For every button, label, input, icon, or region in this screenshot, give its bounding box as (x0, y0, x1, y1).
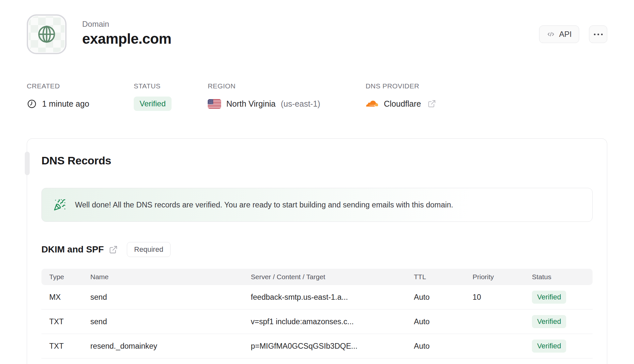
party-popper-icon (53, 199, 66, 211)
page-kicker: Domain (82, 20, 171, 29)
clock-icon (27, 99, 37, 109)
record-type: TXT (49, 342, 90, 351)
globe-icon (36, 23, 57, 45)
record-status-badge: Verified (532, 315, 566, 328)
required-badge: Required (127, 242, 170, 257)
col-ttl: TTL (414, 273, 473, 281)
region-label: REGION (208, 82, 366, 90)
meta-status: STATUS Verified (134, 82, 208, 111)
dns-records-card: DNS Records Well done! All the DNS recor… (27, 138, 607, 364)
record-name: send (90, 317, 251, 326)
status-badge: Verified (134, 97, 172, 111)
col-type: Type (49, 273, 90, 281)
meta-region: REGION (208, 82, 366, 111)
success-banner: Well done! All the DNS records are verif… (41, 188, 593, 222)
meta-created: CREATED 1 minute ago (27, 82, 134, 111)
record-status-badge: Verified (532, 291, 566, 304)
table-row: MX send feedback-smtp.us-east-1.a... Aut… (41, 285, 593, 310)
external-link-icon[interactable] (428, 99, 436, 108)
section-indicator (25, 152, 30, 175)
api-button-label: API (559, 30, 572, 39)
record-priority: 10 (473, 293, 532, 302)
title-block: Domain example.com (82, 14, 171, 47)
dns-records-table: Type Name Server / Content / Target TTL … (41, 269, 593, 358)
more-button[interactable] (589, 25, 607, 43)
external-link-icon[interactable] (109, 245, 118, 254)
record-status-badge: Verified (532, 340, 566, 353)
more-icon (594, 34, 603, 35)
dkim-spf-title: DKIM and SPF (41, 244, 104, 255)
record-content: feedback-smtp.us-east-1.a... (251, 293, 414, 302)
record-type: TXT (49, 317, 90, 326)
record-type: MX (49, 293, 90, 302)
record-ttl: Auto (414, 342, 473, 351)
record-content: v=spf1 include:amazonses.c... (251, 317, 414, 326)
table-header-row: Type Name Server / Content / Target TTL … (41, 269, 593, 285)
record-ttl: Auto (414, 293, 473, 302)
dns-provider-value: Cloudflare (384, 99, 421, 109)
dkim-spf-section-header: DKIM and SPF Required (41, 242, 593, 257)
dns-records-heading: DNS Records (41, 154, 593, 167)
record-name: resend._domainkey (90, 342, 251, 351)
created-value: 1 minute ago (42, 99, 89, 109)
col-content: Server / Content / Target (251, 273, 414, 281)
col-status: Status (532, 273, 585, 281)
cloudflare-icon (366, 99, 379, 108)
record-name: send (90, 293, 251, 302)
header-actions: API (539, 14, 607, 43)
status-label: STATUS (134, 82, 208, 90)
col-name: Name (90, 273, 251, 281)
api-button[interactable]: API (539, 25, 579, 43)
page-header: Domain example.com API (27, 0, 607, 54)
code-icon (547, 30, 555, 38)
us-flag-icon (208, 99, 221, 109)
dns-provider-label: DNS PROVIDER (366, 82, 436, 90)
region-code: (us-east-1) (281, 99, 320, 109)
page-title: example.com (82, 31, 171, 47)
banner-message: Well done! All the DNS records are verif… (75, 201, 453, 209)
table-row: TXT send v=spf1 include:amazonses.c... A… (41, 310, 593, 334)
col-priority: Priority (473, 273, 532, 281)
region-name: North Virginia (226, 99, 276, 109)
meta-dns-provider: DNS PROVIDER Cloudflare (366, 82, 436, 111)
domain-avatar (27, 14, 67, 54)
record-content: p=MIGfMA0GCSqGSIb3DQE... (251, 342, 414, 351)
created-label: CREATED (27, 82, 134, 90)
domain-detail-page: Domain example.com API CREATED (0, 0, 634, 364)
record-ttl: Auto (414, 317, 473, 326)
table-row: TXT resend._domainkey p=MIGfMA0GCSqGSIb3… (41, 334, 593, 358)
meta-row: CREATED 1 minute ago STATUS Verified REG… (27, 82, 607, 111)
